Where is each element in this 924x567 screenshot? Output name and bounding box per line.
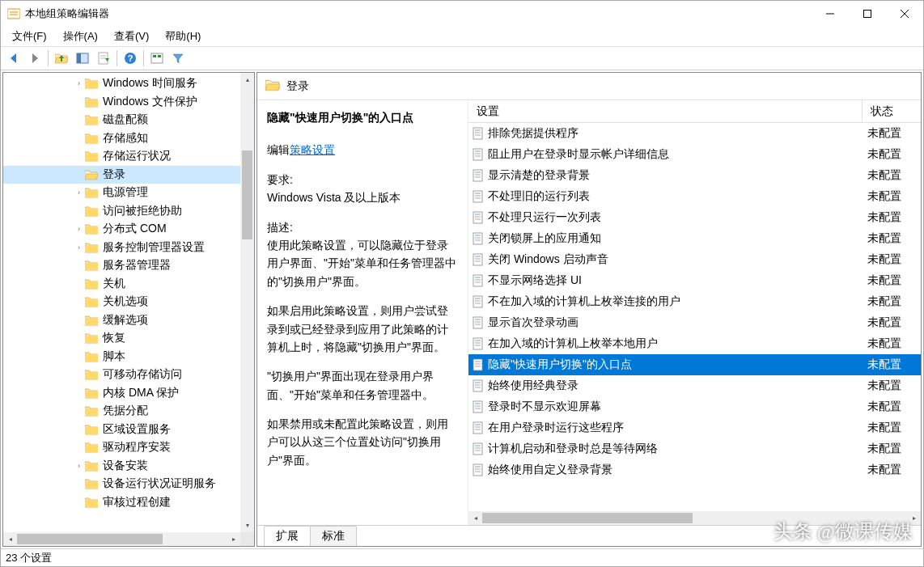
svg-rect-15 <box>77 53 81 63</box>
list-row[interactable]: 在用户登录时运行这些程序未配置 <box>468 417 921 438</box>
tab-standard[interactable]: 标准 <box>310 526 357 546</box>
tree-hscrollbar[interactable]: ◂ ▸ <box>3 532 254 546</box>
tree-item[interactable]: 可移动存储访问 <box>3 366 240 384</box>
policy-icon <box>472 316 485 329</box>
tree-item[interactable]: 设备运行状况证明服务 <box>3 475 240 493</box>
tree-item[interactable]: 关机 <box>3 275 240 294</box>
menu-view[interactable]: 查看(V) <box>106 28 157 45</box>
setting-label: 排除凭据提供程序 <box>488 126 579 141</box>
close-button[interactable] <box>886 1 923 27</box>
tree-item[interactable]: 内核 DMA 保护 <box>3 384 240 403</box>
list-row[interactable]: 始终使用经典登录未配置 <box>468 375 921 396</box>
menu-file[interactable]: 文件(F) <box>4 28 55 45</box>
tree-item[interactable]: 服务器管理器 <box>3 256 240 275</box>
tree-item[interactable]: 存储运行状况 <box>3 147 240 166</box>
filter-button[interactable] <box>168 49 188 68</box>
help-button[interactable]: ? <box>121 49 140 68</box>
tree-panel: ›Windows 时间服务Windows 文件保护磁盘配额存储感知存储运行状况登… <box>2 72 255 547</box>
export-list-button[interactable] <box>94 49 113 68</box>
setting-status: 未配置 <box>863 336 921 351</box>
list-hscrollbar[interactable]: ◂ ▸ <box>468 511 921 525</box>
tree-item[interactable]: ›分布式 COM <box>3 220 240 239</box>
tree-item[interactable]: 存储感知 <box>3 129 240 148</box>
list-row[interactable]: 不处理只运行一次列表未配置 <box>468 207 921 228</box>
tree-item-label: Windows 时间服务 <box>103 76 197 91</box>
tree-item[interactable]: ›电源管理 <box>3 184 240 202</box>
policy-settings-link[interactable]: 策略设置 <box>290 143 335 156</box>
toolbar: ? <box>1 46 923 70</box>
list-row[interactable]: 显示首次登录动画未配置 <box>468 312 921 333</box>
list-row[interactable]: 登录时不显示欢迎屏幕未配置 <box>468 396 921 417</box>
tree-item[interactable]: 区域设置服务 <box>3 421 240 439</box>
tree-item[interactable]: 磁盘配额 <box>3 111 240 129</box>
menu-action[interactable]: 操作(A) <box>55 28 106 45</box>
list-row[interactable]: 不处理旧的运行列表未配置 <box>468 186 921 207</box>
up-folder-button[interactable] <box>52 49 71 68</box>
folder-open-icon <box>85 168 98 181</box>
setting-label: 计算机启动和登录时总是等待网络 <box>488 442 658 456</box>
list-row[interactable]: 始终使用自定义登录背景未配置 <box>468 459 921 480</box>
tree-item[interactable]: 访问被拒绝协助 <box>3 202 240 221</box>
policy-icon <box>472 232 485 245</box>
col-status[interactable]: 状态 <box>863 100 921 122</box>
policy-icon <box>472 274 485 287</box>
description-p3: "切换用户"界面出现在登录用户界面、"开始"菜单和任务管理器中。 <box>267 367 458 404</box>
list-row[interactable]: 阻止用户在登录时显示帐户详细信息未配置 <box>468 144 921 165</box>
tree-item[interactable]: 脚本 <box>3 348 240 366</box>
tree-item[interactable]: 恢复 <box>3 329 240 348</box>
tree-item[interactable]: ›服务控制管理器设置 <box>3 239 240 257</box>
list-row[interactable]: 显示清楚的登录背景未配置 <box>468 165 921 186</box>
back-button[interactable] <box>4 49 23 68</box>
tree-vscrollbar[interactable]: ▴ ▾ <box>240 73 254 532</box>
folder-icon <box>85 477 98 490</box>
tree-item[interactable]: 驱动程序安装 <box>3 438 240 457</box>
setting-label: 不处理只运行一次列表 <box>488 210 601 225</box>
list-row[interactable]: 不显示网络选择 UI未配置 <box>468 270 921 291</box>
setting-status: 未配置 <box>863 147 921 162</box>
tree-view[interactable]: ›Windows 时间服务Windows 文件保护磁盘配额存储感知存储运行状况登… <box>3 73 240 532</box>
policy-icon <box>472 169 485 182</box>
tree-item-label: 磁盘配额 <box>103 112 148 127</box>
folder-icon <box>265 78 280 95</box>
window-title: 本地组策略编辑器 <box>25 6 812 21</box>
tree-expand-icon[interactable]: › <box>73 79 85 87</box>
list-row[interactable]: 关闭锁屏上的应用通知未配置 <box>468 228 921 249</box>
tab-extended[interactable]: 扩展 <box>264 526 311 546</box>
requirement-label: 要求: <box>267 171 458 188</box>
menu-help[interactable]: 帮助(H) <box>157 28 209 45</box>
maximize-button[interactable] <box>849 1 886 27</box>
setting-status: 未配置 <box>863 421 921 435</box>
list-pane: 设置 状态 排除凭据提供程序未配置阻止用户在登录时显示帐户详细信息未配置显示清楚… <box>468 100 921 525</box>
tree-item-label: 存储运行状况 <box>103 149 171 163</box>
list-row[interactable]: 关闭 Windows 启动声音未配置 <box>468 249 921 270</box>
list-row[interactable]: 不在加入域的计算机上枚举连接的用户未配置 <box>468 291 921 312</box>
tree-item[interactable]: ›Windows 时间服务 <box>3 74 240 93</box>
tree-expand-icon[interactable]: › <box>73 243 85 252</box>
tree-item[interactable]: 审核过程创建 <box>3 493 240 512</box>
forward-button[interactable] <box>25 49 45 68</box>
tree-expand-icon[interactable]: › <box>73 225 85 233</box>
all-settings-button[interactable] <box>147 49 167 68</box>
tree-item[interactable]: 登录 <box>3 166 240 184</box>
tree-expand-icon[interactable]: › <box>73 188 85 197</box>
panel-title: 登录 <box>286 79 309 94</box>
list-row[interactable]: 隐藏"快速用户切换"的入口点未配置 <box>468 354 921 375</box>
minimize-button[interactable] <box>812 1 849 27</box>
policy-icon <box>472 379 485 392</box>
folder-icon <box>85 496 98 509</box>
policy-icon <box>472 442 485 455</box>
list-row[interactable]: 计算机启动和登录时总是等待网络未配置 <box>468 438 921 459</box>
tree-item[interactable]: 关机选项 <box>3 293 240 311</box>
folder-icon <box>85 314 98 327</box>
tree-item[interactable]: ›设备安装 <box>3 457 240 476</box>
show-hide-tree-button[interactable] <box>73 49 92 68</box>
tree-item[interactable]: 凭据分配 <box>3 402 240 421</box>
tree-expand-icon[interactable]: › <box>73 462 85 470</box>
list-row[interactable]: 排除凭据提供程序未配置 <box>468 123 921 144</box>
list-row[interactable]: 在加入域的计算机上枚举本地用户未配置 <box>468 333 921 354</box>
settings-list[interactable]: 排除凭据提供程序未配置阻止用户在登录时显示帐户详细信息未配置显示清楚的登录背景未… <box>468 123 921 511</box>
tree-item[interactable]: 缓解选项 <box>3 311 240 330</box>
app-window: 本地组策略编辑器 文件(F) 操作(A) 查看(V) 帮助(H) ? ›Wind… <box>0 0 924 567</box>
col-setting[interactable]: 设置 <box>468 100 863 122</box>
tree-item[interactable]: Windows 文件保护 <box>3 93 240 112</box>
